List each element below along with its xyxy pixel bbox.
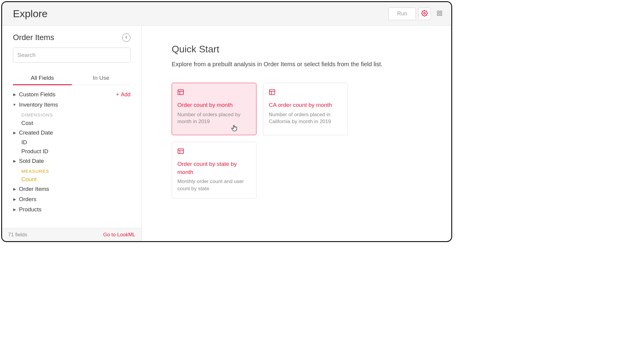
add-label: Add (121, 92, 130, 98)
svg-rect-1 (437, 11, 439, 13)
field-group-orders[interactable]: ▶ Orders (13, 194, 130, 204)
field-group-custom-fields[interactable]: ▶ Custom Fields + Add (13, 89, 130, 100)
chevron-right-icon: ▶ (13, 197, 16, 201)
quick-start-card-order-count-by-month[interactable]: Order count by month Number of orders pl… (172, 83, 256, 135)
field-group-inventory-items[interactable]: ▼ Inventory Items (13, 100, 130, 110)
field-list: ▶ Custom Fields + Add ▼ Inventory Items … (2, 85, 141, 228)
field-label: Sold Date (19, 158, 44, 164)
field-count[interactable]: Count (13, 175, 130, 184)
quick-start-card-order-count-by-state-by-month[interactable]: Order count by state by month Monthly or… (172, 142, 256, 199)
svg-rect-3 (437, 14, 439, 16)
chevron-down-icon: ▼ (13, 103, 16, 107)
field-group-label: Order Items (19, 186, 49, 192)
card-description: Monthly order count and user count by st… (177, 178, 251, 192)
field-cost[interactable]: Cost (13, 119, 130, 128)
chevron-right-icon: ▶ (13, 187, 16, 191)
settings-button[interactable] (418, 8, 431, 20)
dimensions-section-label: DIMENSIONS (13, 112, 130, 117)
card-title: Order count by month (177, 101, 251, 109)
sidebar-footer: 71 fields Go to LookML (2, 228, 141, 241)
tab-all-fields[interactable]: All Fields (13, 71, 72, 85)
collapse-sidebar-button[interactable] (122, 33, 130, 42)
sidebar-title: Order Items (13, 33, 54, 42)
chevron-right-icon: ▶ (13, 207, 16, 212)
field-id[interactable]: ID (13, 138, 130, 147)
sidebar-top: Order Items All Fields In Use (2, 26, 141, 85)
body: Order Items All Fields In Use ▶ (2, 26, 451, 241)
field-group-order-items[interactable]: ▶ Order Items (13, 184, 130, 194)
chevron-right-icon: ▶ (13, 159, 16, 163)
fields-count: 71 fields (8, 232, 27, 238)
plus-icon: + (116, 92, 119, 98)
grid-icon (437, 10, 443, 17)
field-group-label: Products (19, 206, 41, 213)
page-title: Explore (13, 8, 48, 20)
chevron-left-icon (124, 35, 128, 40)
main-content: Quick Start Explore from a prebuilt anal… (142, 26, 451, 241)
quick-start-card-ca-order-count-by-month[interactable]: CA order count by month Number of orders… (263, 83, 348, 135)
dashboard-grid-button[interactable] (433, 8, 446, 20)
quick-start-subtitle: Explore from a prebuilt analysis in Orde… (172, 61, 433, 68)
chevron-right-icon: ▶ (13, 131, 16, 135)
run-button[interactable]: Run (388, 8, 416, 20)
quick-start-cards: Order count by month Number of orders pl… (172, 83, 433, 199)
add-custom-field-button[interactable]: + Add (116, 92, 130, 98)
sidebar: Order Items All Fields In Use ▶ (2, 26, 142, 241)
field-label: Created Date (19, 129, 53, 136)
field-group-label: Orders (19, 196, 36, 203)
card-description: Number of orders placed in California by… (269, 111, 342, 126)
table-icon (269, 89, 342, 96)
app-frame: Explore Run Order Items (1, 1, 452, 242)
svg-rect-11 (178, 149, 183, 154)
svg-rect-2 (440, 11, 442, 13)
card-title: CA order count by month (269, 101, 342, 109)
field-product-id[interactable]: Product ID (13, 147, 130, 156)
search-input[interactable] (13, 48, 130, 63)
svg-rect-8 (269, 90, 275, 95)
quick-start-title: Quick Start (172, 44, 433, 55)
measures-section-label: MEASURES (13, 169, 130, 174)
svg-rect-5 (178, 90, 183, 95)
field-group-products[interactable]: ▶ Products (13, 204, 130, 215)
table-icon (177, 89, 251, 96)
svg-rect-4 (440, 14, 442, 16)
field-group-label: Inventory Items (19, 101, 58, 108)
table-icon (177, 148, 251, 155)
card-description: Number of orders placed by month in 2019 (177, 111, 251, 126)
chevron-right-icon: ▶ (13, 92, 16, 97)
cursor-hand-icon (231, 124, 238, 133)
field-created-date[interactable]: ▶ Created Date (13, 128, 130, 138)
tab-in-use[interactable]: In Use (72, 71, 131, 85)
header: Explore Run (2, 2, 451, 26)
card-title: Order count by state by month (177, 160, 251, 176)
header-actions: Run (388, 8, 446, 20)
field-tabs: All Fields In Use (13, 71, 130, 85)
field-sold-date[interactable]: ▶ Sold Date (13, 156, 130, 166)
field-group-label: Custom Fields (19, 91, 55, 98)
go-to-lookml-link[interactable]: Go to LookML (103, 232, 135, 238)
gear-icon (421, 10, 428, 17)
svg-point-0 (424, 12, 425, 14)
sidebar-title-row: Order Items (13, 33, 130, 42)
